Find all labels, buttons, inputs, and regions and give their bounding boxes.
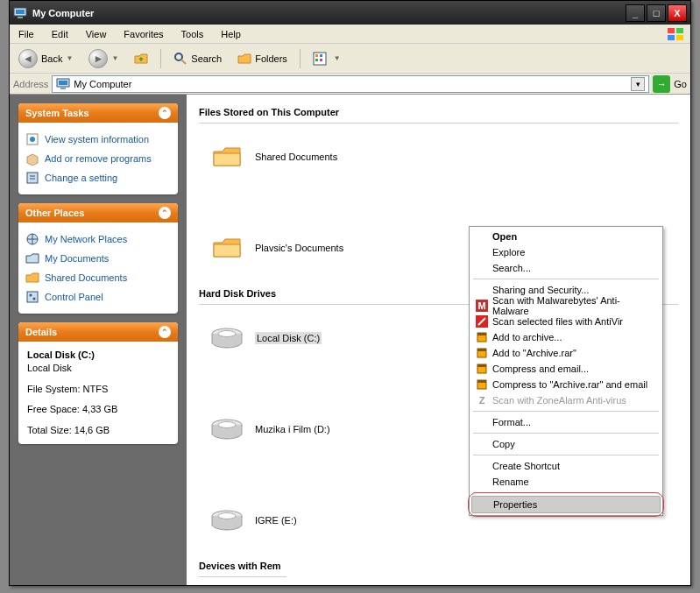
item-drive-e[interactable]: IGRE (E:) bbox=[208, 501, 435, 540]
svg-rect-13 bbox=[320, 59, 322, 61]
info-icon bbox=[25, 132, 39, 146]
up-button[interactable] bbox=[131, 50, 152, 67]
cm-open[interactable]: Open bbox=[471, 229, 661, 244]
close-button[interactable]: X bbox=[668, 4, 687, 22]
svg-text:Z: Z bbox=[479, 395, 485, 406]
svg-rect-2 bbox=[18, 17, 23, 18]
control-panel-icon bbox=[25, 290, 39, 304]
task-view-system-info[interactable]: View system information bbox=[22, 130, 174, 149]
zonealarm-icon: Z bbox=[475, 393, 489, 407]
cm-search[interactable]: Search... bbox=[471, 260, 661, 276]
task-change-setting[interactable]: Change a setting bbox=[22, 168, 174, 187]
go-label: Go bbox=[674, 79, 687, 89]
folder-icon bbox=[25, 271, 39, 285]
svg-rect-5 bbox=[668, 35, 675, 40]
task-network-places[interactable]: My Network Places bbox=[22, 229, 174, 249]
content-area: Files Stored on This Computer Shared Doc… bbox=[187, 95, 690, 585]
item-drive-d[interactable]: Muzika i Film (D:) bbox=[208, 410, 435, 448]
settings-icon bbox=[25, 171, 39, 185]
box-icon bbox=[25, 152, 39, 166]
winrar-icon bbox=[475, 330, 489, 344]
go-button[interactable]: → bbox=[653, 75, 670, 93]
item-drive-c[interactable]: Local Disk (C:) bbox=[208, 319, 435, 357]
item-user-documents[interactable]: Plavsic's Documents bbox=[208, 229, 435, 267]
panel-head-system-tasks[interactable]: System Tasks ⌃ bbox=[18, 103, 178, 123]
search-label: Search bbox=[191, 53, 222, 64]
task-control-panel[interactable]: Control Panel bbox=[22, 287, 174, 307]
windows-logo-icon bbox=[666, 26, 687, 42]
cm-format[interactable]: Format... bbox=[471, 414, 661, 430]
drive-icon bbox=[208, 410, 246, 448]
svg-point-25 bbox=[218, 331, 236, 337]
details-freespace: Free Space: 4,33 GB bbox=[27, 403, 169, 416]
addressbar: Address My Computer ▾ → Go bbox=[10, 74, 690, 95]
address-dropdown[interactable]: ▾ bbox=[631, 77, 645, 91]
menu-view[interactable]: View bbox=[82, 27, 110, 41]
menu-tools[interactable]: Tools bbox=[178, 27, 208, 41]
cm-properties[interactable]: Properties bbox=[471, 496, 661, 513]
views-button[interactable]: ▼ bbox=[309, 50, 344, 67]
winrar-icon bbox=[475, 362, 489, 376]
menu-help[interactable]: Help bbox=[217, 27, 244, 41]
task-add-remove-programs[interactable]: Add or remove programs bbox=[22, 149, 174, 168]
svg-rect-42 bbox=[477, 364, 486, 367]
svg-rect-10 bbox=[315, 54, 318, 57]
svg-rect-6 bbox=[676, 35, 683, 40]
cm-rename[interactable]: Rename bbox=[471, 474, 661, 490]
folder-icon bbox=[25, 251, 39, 265]
drive-icon bbox=[208, 319, 246, 357]
search-button[interactable]: Search bbox=[170, 50, 225, 67]
cm-add-archive[interactable]: Add to archive... bbox=[471, 329, 661, 345]
chevron-up-icon: ⌃ bbox=[159, 207, 171, 219]
panel-head-other-places[interactable]: Other Places ⌃ bbox=[18, 203, 178, 222]
svg-line-8 bbox=[181, 60, 186, 64]
search-icon bbox=[173, 52, 187, 66]
forward-button[interactable]: ► ▼ bbox=[85, 47, 122, 70]
item-shared-documents[interactable]: Shared Documents bbox=[208, 138, 435, 176]
titlebar[interactable]: My Computer _ □ X bbox=[10, 1, 690, 25]
svg-rect-11 bbox=[320, 54, 322, 57]
cm-compress-rar-email[interactable]: Compress to "Archive.rar" and email bbox=[471, 377, 661, 392]
cm-create-shortcut[interactable]: Create Shortcut bbox=[471, 458, 661, 474]
cm-explore[interactable]: Explore bbox=[471, 244, 661, 260]
address-input[interactable]: My Computer ▾ bbox=[52, 75, 649, 93]
folders-label: Folders bbox=[255, 53, 287, 64]
network-icon bbox=[25, 232, 39, 246]
winrar-icon bbox=[475, 378, 489, 392]
maximize-button[interactable]: □ bbox=[647, 4, 666, 22]
svg-rect-16 bbox=[60, 88, 66, 89]
svg-rect-40 bbox=[477, 349, 486, 351]
my-computer-icon bbox=[13, 6, 27, 20]
task-my-documents[interactable]: My Documents bbox=[22, 249, 174, 268]
panel-head-details[interactable]: Details ⌃ bbox=[18, 322, 178, 342]
sidebar: System Tasks ⌃ View system information A… bbox=[10, 95, 187, 585]
minimize-button[interactable]: _ bbox=[626, 4, 645, 22]
svg-rect-3 bbox=[668, 28, 675, 33]
menu-edit[interactable]: Edit bbox=[48, 27, 72, 41]
svg-point-18 bbox=[30, 137, 35, 142]
window-title: My Computer bbox=[32, 8, 94, 18]
address-value: My Computer bbox=[74, 79, 131, 89]
panel-title: Other Places bbox=[25, 208, 84, 218]
cm-add-archive-rar[interactable]: Add to "Archive.rar" bbox=[471, 345, 661, 361]
toolbar: ◄ Back ▼ ► ▼ Search Folders ▼ bbox=[10, 44, 690, 74]
task-shared-documents[interactable]: Shared Documents bbox=[22, 268, 174, 287]
details-filesystem: File System: NTFS bbox=[27, 383, 169, 396]
cm-copy[interactable]: Copy bbox=[471, 436, 661, 452]
cm-antivir[interactable]: Scan selected files with AntiVir bbox=[471, 314, 661, 329]
menubar: File Edit View Favorites Tools Help bbox=[10, 25, 690, 44]
section-removable-title: Devices with Rem bbox=[199, 561, 678, 571]
views-icon bbox=[313, 52, 330, 66]
my-computer-icon bbox=[56, 77, 70, 91]
folders-button[interactable]: Folders bbox=[234, 50, 291, 67]
cm-mbam[interactable]: M Scan with Malwarebytes' Anti-Malware bbox=[471, 298, 661, 314]
menu-favorites[interactable]: Favorites bbox=[120, 27, 166, 41]
menu-file[interactable]: File bbox=[15, 27, 38, 41]
details-totalsize: Total Size: 14,6 GB bbox=[27, 424, 169, 437]
cm-compress-email[interactable]: Compress and email... bbox=[471, 361, 661, 377]
mbam-icon: M bbox=[475, 299, 489, 313]
folder-icon bbox=[208, 229, 246, 267]
address-label: Address bbox=[13, 79, 48, 89]
svg-rect-12 bbox=[315, 59, 318, 61]
back-button[interactable]: ◄ Back ▼ bbox=[15, 47, 76, 70]
